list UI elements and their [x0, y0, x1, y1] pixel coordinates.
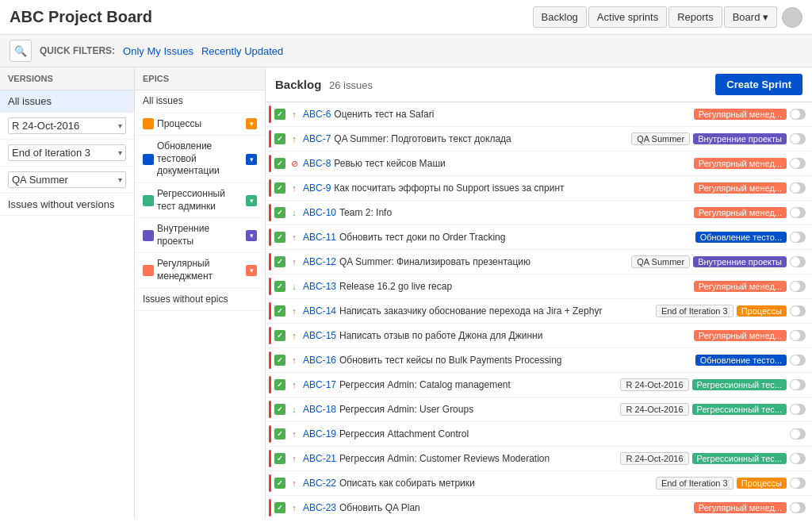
- version-end-iteration3[interactable]: End of Iteration 3 ▾: [0, 140, 134, 167]
- issue-epic-badge: Внутренние проекты: [693, 256, 787, 267]
- issue-toggle[interactable]: [790, 428, 806, 439]
- epic-item[interactable]: Обновление тестовой документации▾: [135, 136, 265, 183]
- issue-type-icon: ✓: [274, 207, 285, 218]
- issue-key[interactable]: ABC-10: [303, 207, 336, 218]
- table-row: ✓↑ABC-16Обновить тест кейсы по Bulk Paym…: [266, 348, 812, 373]
- issue-key[interactable]: ABC-9: [303, 182, 331, 194]
- epic-menu-icon: ▾: [246, 154, 257, 165]
- avatar[interactable]: [782, 7, 802, 28]
- issue-toggle[interactable]: [790, 355, 806, 366]
- issue-toggle[interactable]: [790, 158, 806, 169]
- issue-type-bar: [269, 302, 271, 320]
- version-end-iteration3-select[interactable]: End of Iteration 3 ▾: [8, 144, 126, 161]
- issue-key[interactable]: ABC-22: [303, 478, 336, 489]
- epic-item[interactable]: Регрессионный тест админки▾: [135, 183, 265, 218]
- epic-item[interactable]: Процессы▾: [135, 113, 265, 136]
- issue-toggle[interactable]: [790, 256, 806, 267]
- issue-type-icon: ✓: [274, 428, 285, 439]
- table-row: ✓↑ABC-14Написать заказчику обоснование п…: [266, 299, 812, 324]
- epics-sidebar: EPICS All issuesПроцессы▾Обновление тест…: [135, 67, 266, 518]
- search-icon: 🔍: [14, 45, 27, 57]
- epic-menu-icon: ▾: [246, 195, 257, 206]
- issue-toggle[interactable]: [790, 404, 806, 415]
- recently-updated-filter[interactable]: Recently Updated: [201, 45, 283, 57]
- issue-key[interactable]: ABC-17: [303, 379, 336, 390]
- issue-key[interactable]: ABC-14: [303, 305, 336, 317]
- epic-menu-icon: ▾: [246, 230, 257, 241]
- issue-toggle[interactable]: [790, 330, 806, 341]
- issue-priority-icon: ↓: [289, 281, 300, 292]
- issue-summary: Оценить тест на Safari: [334, 109, 691, 120]
- epic-label: Issues without epics: [143, 294, 257, 306]
- table-row: ✓↑ABC-22Описать как собирать метрикиEnd …: [266, 471, 812, 496]
- issue-epic-badge: Регрессионный тес...: [692, 379, 787, 390]
- issue-summary: QA Summer: Финализировать презентацию: [339, 256, 628, 267]
- issue-priority-icon: ↓: [289, 207, 300, 218]
- issue-key[interactable]: ABC-11: [303, 232, 336, 243]
- issue-priority-icon: ↑: [289, 502, 300, 513]
- reports-button[interactable]: Reports: [668, 6, 722, 28]
- backlog-count: 26 issues: [329, 79, 373, 91]
- issue-key[interactable]: ABC-7: [303, 133, 331, 144]
- issue-toggle[interactable]: [790, 478, 806, 489]
- quick-filters-label: QUICK FILTERS:: [40, 45, 115, 56]
- issue-toggle[interactable]: [790, 207, 806, 218]
- issue-key[interactable]: ABC-21: [303, 453, 336, 464]
- active-sprints-button[interactable]: Active sprints: [588, 6, 667, 28]
- version-qa-summer-select[interactable]: QA Summer ▾: [8, 171, 126, 188]
- issue-type-bar: [269, 179, 271, 197]
- issue-type-bar: [269, 106, 271, 123]
- issue-summary: Release 16.2 go live recap: [339, 281, 691, 292]
- issue-toggle[interactable]: [790, 502, 806, 513]
- issue-toggle[interactable]: [790, 305, 806, 317]
- issue-type-bar: [269, 130, 271, 148]
- issue-summary: Team 2: Info: [339, 207, 691, 218]
- epic-item[interactable]: Регулярный менеджмент▾: [135, 253, 265, 288]
- issue-toggle[interactable]: [790, 109, 806, 120]
- issue-priority-icon: ↑: [289, 428, 300, 439]
- version-r24-oct-select[interactable]: R 24-Oct-2016 ▾: [8, 117, 126, 134]
- version-r24-oct[interactable]: R 24-Oct-2016 ▾: [0, 113, 134, 140]
- issue-type-icon: ✓: [274, 232, 285, 243]
- issue-epic-badge: Регулярный менед...: [694, 281, 787, 292]
- issue-priority-icon: ↑: [289, 453, 300, 464]
- header: ABC Project Board Backlog Active sprints…: [0, 0, 812, 35]
- issue-type-icon: ✓: [274, 182, 285, 194]
- issue-type-bar: [269, 376, 271, 393]
- issue-key[interactable]: ABC-6: [303, 109, 331, 120]
- issue-type-icon: ✓: [274, 355, 285, 366]
- issue-epic-badge: Регулярный менед...: [694, 502, 787, 513]
- epic-item[interactable]: Внутренние проекты▾: [135, 218, 265, 253]
- epic-item[interactable]: All issues: [135, 90, 265, 113]
- epic-item[interactable]: Issues without epics: [135, 289, 265, 312]
- backlog-button[interactable]: Backlog: [533, 6, 587, 28]
- issue-toggle[interactable]: [790, 281, 806, 292]
- issue-toggle[interactable]: [790, 232, 806, 243]
- table-row: ✓⊘ABC-8Ревью тест кейсов МашиРегулярный …: [266, 152, 812, 176]
- issue-key[interactable]: ABC-23: [303, 502, 336, 513]
- issue-summary: Описать как собирать метрики: [339, 478, 653, 489]
- issue-summary: Обновить тест кейсы по Bulk Payments Pro…: [339, 355, 692, 366]
- version-qa-summer[interactable]: QA Summer ▾: [0, 167, 134, 194]
- board-button[interactable]: Board ▾: [724, 6, 777, 28]
- issue-toggle[interactable]: [790, 379, 806, 390]
- version-without-versions[interactable]: Issues without versions: [0, 194, 134, 216]
- issue-key[interactable]: ABC-13: [303, 281, 336, 292]
- issue-key[interactable]: ABC-16: [303, 355, 336, 366]
- issue-key[interactable]: ABC-19: [303, 428, 336, 439]
- issue-toggle[interactable]: [790, 453, 806, 464]
- table-row: ✓↑ABC-15Написать отзыв по работе Джона д…: [266, 324, 812, 348]
- issue-summary: Регрессия Admin: Catalog management: [339, 379, 617, 390]
- issue-toggle[interactable]: [790, 182, 806, 194]
- issue-key[interactable]: ABC-12: [303, 256, 336, 267]
- issue-key[interactable]: ABC-15: [303, 330, 336, 341]
- issue-version-badge: R 24-Oct-2016: [620, 452, 688, 465]
- create-sprint-button[interactable]: Create Sprint: [715, 74, 802, 95]
- issue-type-icon: ✓: [274, 330, 285, 341]
- version-all-issues[interactable]: All issues: [0, 90, 134, 113]
- issue-key[interactable]: ABC-18: [303, 404, 336, 415]
- issue-key[interactable]: ABC-8: [303, 158, 331, 169]
- only-my-issues-filter[interactable]: Only My Issues: [123, 45, 193, 57]
- issue-toggle[interactable]: [790, 133, 806, 144]
- search-button[interactable]: 🔍: [10, 40, 32, 62]
